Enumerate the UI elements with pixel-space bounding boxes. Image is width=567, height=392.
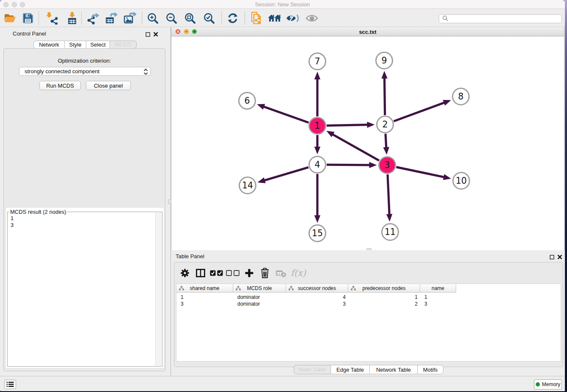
graph-edge-3-11[interactable]	[386, 174, 392, 222]
graph-edge-4-3[interactable]	[327, 162, 377, 168]
tab-network[interactable]: Network	[33, 41, 65, 49]
table-row-1[interactable]: 1dominator411	[176, 294, 456, 301]
add-column-button[interactable]	[244, 268, 254, 278]
zoom-out-button[interactable]	[164, 11, 179, 26]
graph-node-9[interactable]: 9	[376, 52, 393, 69]
graph-edge-1-6[interactable]	[257, 104, 308, 122]
run-mcds-button[interactable]: Run MCDS	[39, 81, 81, 90]
table-cell[interactable]: dominator	[233, 301, 286, 307]
graph-edge-4-15[interactable]	[314, 174, 320, 223]
zoom-out-icon	[165, 12, 177, 24]
zoom-selected-button[interactable]	[201, 11, 217, 26]
column-header-shared-name[interactable]: shared name	[176, 284, 233, 293]
export-table-button[interactable]	[103, 11, 118, 26]
table-cell[interactable]: 4	[286, 294, 348, 301]
close-panel-button[interactable]: Close panel	[86, 81, 131, 90]
select-all-button[interactable]	[210, 270, 223, 276]
float-table-panel-icon[interactable]	[550, 254, 554, 261]
graph-node-1[interactable]: 1	[309, 118, 326, 134]
tab-select[interactable]: Select	[86, 41, 110, 49]
hide-eye-button[interactable]	[285, 11, 300, 26]
tab-node-table[interactable]: Node Table	[294, 365, 331, 374]
graph-edge-4-14[interactable]	[258, 167, 308, 183]
show-eye-button[interactable]	[304, 11, 319, 26]
share-document-button[interactable]	[248, 11, 264, 26]
main-content: Control Panel NetworkStyleSelectMCDS Opt…	[0, 27, 565, 376]
table-panel: Table Panel f(x)	[171, 250, 565, 376]
graph-node-14[interactable]: 14	[239, 177, 256, 194]
tab-edge-table[interactable]: Edge Table	[331, 365, 370, 374]
table-cell[interactable]: 1	[348, 294, 420, 301]
table-cell[interactable]: 3	[420, 301, 456, 307]
unselect-all-button[interactable]	[226, 270, 239, 276]
export-image-button[interactable]	[122, 11, 137, 26]
table-cell[interactable]: dominator	[233, 294, 286, 301]
criterion-dropdown[interactable]: strongly connected component	[19, 67, 151, 76]
column-header-name[interactable]: name	[420, 284, 456, 293]
export-network-button[interactable]	[85, 11, 100, 26]
table-cell[interactable]: 3	[286, 301, 348, 307]
close-table-panel-icon[interactable]	[557, 254, 562, 261]
tab-network-table[interactable]: Network Table	[370, 365, 418, 374]
column-type-icon	[236, 286, 241, 292]
search-input[interactable]	[439, 14, 562, 23]
table-cell[interactable]: 2	[348, 301, 420, 307]
column-header-predecessor-nodes[interactable]: predecessor nodes	[348, 284, 420, 293]
column-header-successor-nodes[interactable]: successor nodes	[286, 284, 348, 293]
graph-edge-1-2[interactable]	[327, 122, 375, 128]
graph-node-10[interactable]: 10	[453, 173, 470, 189]
function-builder-button[interactable]: f(x)	[290, 268, 307, 279]
graph-edge-2-3[interactable]	[383, 134, 389, 155]
graph-edge-3-1[interactable]	[326, 131, 379, 160]
task-history-button[interactable]	[4, 380, 16, 389]
graph-edge-1-4[interactable]	[314, 135, 320, 155]
graph-node-label: 6	[244, 96, 250, 106]
delete-column-button[interactable]	[260, 268, 270, 279]
tab-motifs[interactable]: Motifs	[418, 365, 443, 374]
network-canvas[interactable]: 1 2 3 4 6 7 8 9 10 11 14 15	[171, 36, 564, 250]
column-manager-button[interactable]	[195, 268, 206, 278]
tab-mcds[interactable]: MCDS	[110, 41, 137, 49]
apply-layout-icon	[227, 12, 239, 24]
graph-node-15[interactable]: 15	[309, 225, 326, 242]
close-panel-icon[interactable]	[153, 31, 158, 39]
graph-edge-3-10[interactable]	[396, 167, 451, 180]
table-options-button[interactable]	[180, 268, 190, 278]
zoom-in-button[interactable]	[145, 11, 160, 26]
memory-label: Memory	[542, 381, 560, 387]
save-session-button[interactable]	[20, 11, 36, 26]
graph-node-3[interactable]: 3	[379, 157, 396, 174]
table-row-3[interactable]: 3dominator323	[176, 301, 456, 307]
table-cell[interactable]: 3	[176, 301, 233, 307]
float-panel-icon[interactable]	[146, 31, 150, 39]
zoom-fit-button[interactable]	[182, 11, 198, 26]
delete-table-button[interactable]	[275, 268, 286, 278]
mcds-result-list[interactable]: 13	[11, 215, 14, 229]
apply-layout-button[interactable]	[225, 11, 240, 26]
column-header-label: name	[432, 285, 444, 291]
import-table-button[interactable]	[63, 11, 78, 26]
open-folder-icon	[4, 13, 17, 24]
mcds-result-scrollbar[interactable]	[155, 213, 162, 366]
table-cell[interactable]: 1	[420, 294, 456, 301]
column-header-MCDS-role[interactable]: MCDS role	[233, 284, 286, 293]
graph-node-2[interactable]: 2	[377, 116, 394, 133]
graph-node-11[interactable]: 11	[382, 224, 399, 240]
graph-edge-1-7[interactable]	[314, 72, 320, 117]
graph-edge-2-9[interactable]	[381, 71, 387, 116]
graph-node-label: 8	[458, 91, 463, 102]
table-cell[interactable]: 1	[176, 294, 233, 301]
open-folder-button[interactable]	[3, 11, 18, 26]
tab-style[interactable]: Style	[65, 41, 86, 49]
table-panel-title: Table Panel	[176, 253, 204, 259]
network-window-titlebar[interactable]: scc.txt	[171, 27, 564, 36]
home-button[interactable]	[267, 11, 282, 26]
graph-node-6[interactable]: 6	[239, 93, 256, 109]
table-options-icon	[180, 268, 190, 278]
graph-edge-2-8[interactable]	[394, 100, 451, 121]
memory-button[interactable]: Memory	[534, 379, 562, 389]
import-network-button[interactable]	[44, 11, 59, 26]
graph-node-7[interactable]: 7	[309, 53, 326, 70]
graph-node-8[interactable]: 8	[453, 88, 469, 105]
graph-node-4[interactable]: 4	[309, 157, 326, 173]
